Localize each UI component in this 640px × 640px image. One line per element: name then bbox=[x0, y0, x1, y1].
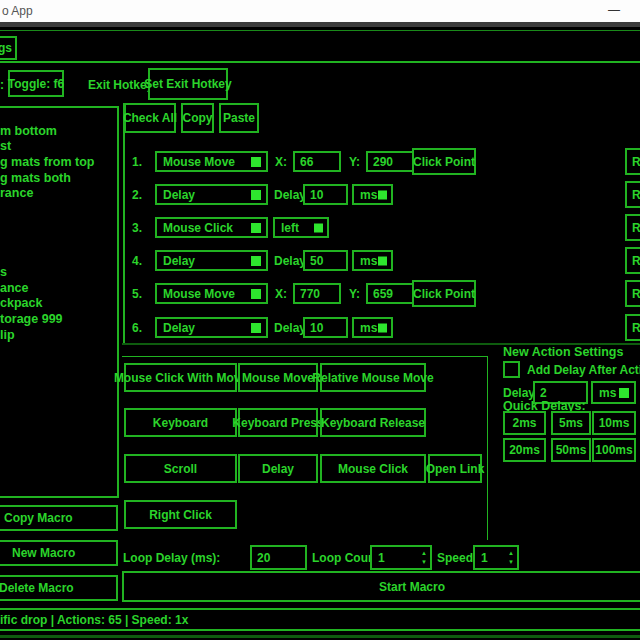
check-all-button[interactable]: Check All bbox=[124, 103, 176, 133]
add-mouse-click-button[interactable]: Mouse Click bbox=[320, 454, 426, 483]
add-keyboard-release-button[interactable]: Keyboard Release bbox=[320, 408, 426, 437]
mouse-button-dropdown[interactable]: left bbox=[273, 217, 329, 238]
quick-delay-5ms-button[interactable]: 5ms bbox=[551, 411, 591, 435]
copy-macro-button[interactable]: Copy Macro bbox=[0, 505, 118, 531]
speed-spinner[interactable]: 1 ▲ ▼ bbox=[473, 545, 519, 570]
macro-list-item[interactable] bbox=[0, 218, 117, 234]
spinner-arrows[interactable]: ▲ ▼ bbox=[508, 549, 514, 567]
action-type-dropdown[interactable]: Delay bbox=[155, 184, 268, 205]
menubar-top-line bbox=[0, 30, 640, 31]
delay-value-input[interactable] bbox=[303, 317, 348, 338]
action-type-value: Mouse Click bbox=[163, 221, 233, 235]
settings-delay-unit-dropdown[interactable]: ms bbox=[591, 381, 636, 404]
copy-button[interactable]: Copy bbox=[181, 103, 214, 133]
y-coordinate-input[interactable] bbox=[366, 283, 414, 304]
action-type-dropdown[interactable]: Delay bbox=[155, 317, 268, 338]
action-type-dropdown[interactable]: Delay bbox=[155, 250, 268, 271]
dropdown-arrow-icon bbox=[251, 323, 261, 333]
action-row-number: 2. bbox=[132, 188, 142, 202]
action-type-dropdown[interactable]: Mouse Move bbox=[155, 151, 268, 172]
remove-action-button[interactable]: R bbox=[625, 314, 640, 341]
macro-list-item[interactable]: ckpack bbox=[0, 296, 117, 312]
delete-macro-button[interactable]: Delete Macro bbox=[0, 575, 118, 601]
x-coordinate-input[interactable] bbox=[293, 151, 341, 172]
remove-action-button[interactable]: R bbox=[625, 280, 640, 307]
dropdown-arrow-icon bbox=[378, 323, 387, 332]
remove-action-button[interactable]: R bbox=[625, 148, 640, 175]
toggle-hotkey-button[interactable]: Toggle: f6 bbox=[8, 70, 64, 97]
macro-list-item[interactable]: g mats both bbox=[0, 171, 117, 187]
add-scroll-button[interactable]: Scroll bbox=[124, 454, 237, 483]
quick-delay-50ms-button[interactable]: 50ms bbox=[551, 438, 591, 462]
spinner-up-icon[interactable]: ▲ bbox=[508, 549, 514, 558]
macro-list[interactable]: m bottomstg mats from topg mats bothranc… bbox=[0, 106, 119, 498]
add-relative-mouse-move-button[interactable]: Relative Mouse Move bbox=[320, 363, 426, 392]
macro-list-item[interactable]: m bottom bbox=[0, 124, 117, 140]
spinner-down-icon[interactable]: ▼ bbox=[508, 558, 514, 567]
add-open-link-button[interactable]: Open Link bbox=[428, 454, 482, 483]
x-label: X: bbox=[275, 155, 287, 169]
minimize-icon[interactable]: — bbox=[606, 1, 622, 19]
macro-list-item[interactable] bbox=[0, 202, 117, 218]
quick-delay-100ms-button[interactable]: 100ms bbox=[592, 438, 636, 462]
macro-list-item[interactable] bbox=[0, 108, 117, 124]
speed-value: 1 bbox=[481, 551, 488, 565]
remove-action-button[interactable]: R bbox=[625, 214, 640, 241]
macro-list-item[interactable]: torage 999 bbox=[0, 312, 117, 328]
start-macro-button[interactable]: Start Macro bbox=[122, 571, 640, 602]
add-mouse-click-with-move-button[interactable]: Mouse Click With Move bbox=[124, 363, 237, 392]
spinner-down-icon[interactable]: ▼ bbox=[421, 558, 427, 567]
delay-value-input[interactable] bbox=[303, 250, 348, 271]
loop-count-value: 1 bbox=[378, 551, 385, 565]
macro-list-item[interactable] bbox=[0, 234, 117, 250]
quick-delay-2ms-button[interactable]: 2ms bbox=[503, 411, 546, 435]
delay-unit-dropdown[interactable]: ms bbox=[352, 184, 393, 205]
window-bottom-border bbox=[0, 635, 640, 638]
add-delay-button[interactable]: Delay bbox=[238, 454, 318, 483]
action-row-number: 5. bbox=[132, 287, 142, 301]
status-text: ific drop | Actions: 65 | Speed: 1x bbox=[0, 613, 188, 627]
actions-left-border bbox=[123, 103, 125, 344]
action-type-dropdown[interactable]: Mouse Click bbox=[155, 217, 268, 238]
loop-delay-input[interactable] bbox=[250, 545, 307, 570]
quick-delay-10ms-button[interactable]: 10ms bbox=[592, 411, 636, 435]
spinner-arrows[interactable]: ▲ ▼ bbox=[421, 549, 427, 567]
action-type-value: Mouse Move bbox=[163, 155, 235, 169]
loop-delay-label: Loop Delay (ms): bbox=[123, 551, 220, 565]
macro-list-item[interactable]: st bbox=[0, 139, 117, 155]
click-point-button[interactable]: Click Point bbox=[412, 280, 476, 307]
paste-button[interactable]: Paste bbox=[219, 103, 259, 133]
loop-count-spinner[interactable]: 1 ▲ ▼ bbox=[370, 545, 432, 570]
add-keyboard-press-button[interactable]: Keyboard Press bbox=[238, 408, 318, 437]
action-type-dropdown[interactable]: Mouse Move bbox=[155, 283, 268, 304]
macro-list-item[interactable]: s bbox=[0, 265, 117, 281]
dropdown-arrow-icon bbox=[378, 190, 387, 199]
new-macro-button[interactable]: New Macro bbox=[0, 540, 118, 566]
delay-unit-dropdown[interactable]: ms bbox=[352, 250, 393, 271]
add-delay-after-action-checkbox[interactable] bbox=[503, 361, 520, 378]
spinner-up-icon[interactable]: ▲ bbox=[421, 549, 427, 558]
remove-action-button[interactable]: R bbox=[625, 247, 640, 274]
new-action-settings-title: New Action Settings bbox=[503, 345, 623, 359]
macro-list-item[interactable] bbox=[0, 249, 117, 265]
macro-list-item[interactable]: rance bbox=[0, 186, 117, 202]
macro-list-item[interactable]: ance bbox=[0, 281, 117, 297]
add-mouse-move-button[interactable]: Mouse Move bbox=[238, 363, 318, 392]
mouse-button-value: left bbox=[281, 221, 299, 235]
delay-unit-value: ms bbox=[360, 188, 377, 202]
delay-value-input[interactable] bbox=[303, 184, 348, 205]
macro-list-item[interactable]: g mats from top bbox=[0, 155, 117, 171]
dropdown-arrow-icon bbox=[251, 223, 261, 233]
add-keyboard-button[interactable]: Keyboard bbox=[124, 408, 237, 437]
action-row-number: 3. bbox=[132, 221, 142, 235]
quick-delay-20ms-button[interactable]: 20ms bbox=[503, 438, 546, 462]
macro-list-item[interactable]: lip bbox=[0, 328, 117, 344]
delay-unit-dropdown[interactable]: ms bbox=[352, 317, 393, 338]
set-exit-hotkey-button[interactable]: Set Exit Hotkey bbox=[148, 68, 228, 100]
y-coordinate-input[interactable] bbox=[366, 151, 414, 172]
settings-button[interactable]: gs bbox=[0, 36, 17, 60]
x-coordinate-input[interactable] bbox=[293, 283, 341, 304]
click-point-button[interactable]: Click Point bbox=[412, 148, 476, 175]
add-right-click-button[interactable]: Right Click bbox=[124, 500, 237, 529]
remove-action-button[interactable]: R bbox=[625, 181, 640, 208]
